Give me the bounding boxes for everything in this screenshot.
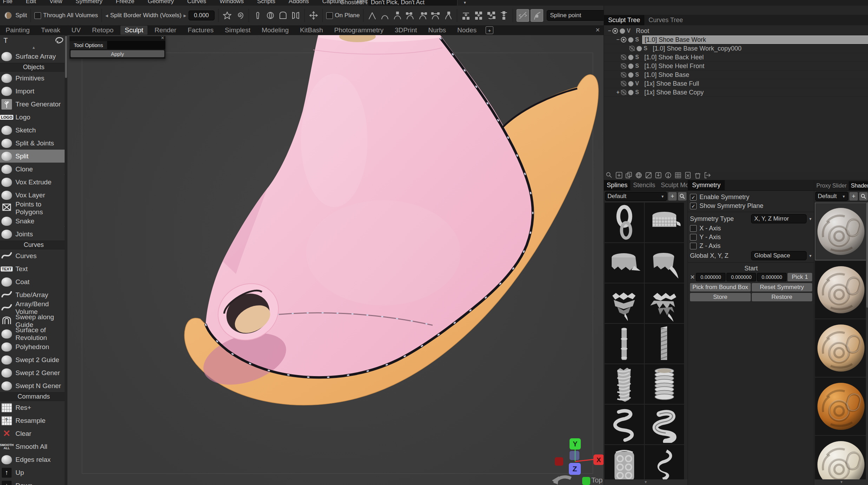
decrement-arrow-icon[interactable]: ◀ (105, 14, 108, 18)
shaders-scrollbar[interactable] (866, 202, 868, 479)
sidebar-item-text[interactable]: TEXTText (0, 262, 67, 275)
layer-color-swatch[interactable] (628, 90, 633, 95)
point-handle-right-icon[interactable] (417, 10, 428, 21)
shaders-preset-dropdown[interactable]: Default ▼ (815, 192, 848, 201)
sidebar-item-down[interactable]: ↓Down (0, 479, 67, 485)
tab-uv[interactable]: UV (67, 26, 85, 35)
chevron-down-icon[interactable]: ▼ (809, 254, 812, 258)
chevron-down-icon[interactable]: ▼ (463, 1, 467, 5)
layer-color-swatch[interactable] (628, 81, 633, 86)
global-space-dropdown[interactable]: Global Space (751, 251, 807, 260)
spiral-icon[interactable] (235, 10, 245, 21)
spline-thumbnail-pinecone[interactable] (605, 283, 644, 323)
spline-thumbnail-ring-stack[interactable] (645, 364, 684, 404)
sidebar-item-surface-revolution[interactable]: Surface of Revolution (0, 327, 67, 340)
sidebar-item-edges-relax[interactable]: Edges relax (0, 453, 67, 466)
through-all-volumes-checkbox[interactable]: Through All Volumes (34, 12, 98, 19)
spline-thumbnail-scaled-stump[interactable] (645, 243, 684, 283)
sidebar-item-tree-generator[interactable]: Tree Generator (0, 98, 67, 111)
menu-item-symmetry[interactable]: Symmetry (75, 0, 103, 5)
point-sharp-icon[interactable] (367, 10, 377, 21)
splines-preset-dropdown[interactable]: Default ▼ (605, 192, 667, 201)
sidebar-item-points-to-polygons[interactable]: Points to Polygons (0, 202, 67, 215)
lasso-icon[interactable] (55, 37, 64, 44)
tree-item-label[interactable]: [1.0] Shoe Heel Front (642, 62, 868, 70)
tab-nurbs[interactable]: Nurbs (424, 26, 451, 35)
grid-icon[interactable] (674, 171, 682, 179)
menu-item-edit[interactable]: Edit (26, 0, 36, 5)
lens-circle-icon[interactable] (265, 10, 276, 21)
start-coordinate-input-1[interactable]: 0.000000 (726, 273, 756, 281)
tab-nodes[interactable]: Nodes (453, 26, 481, 35)
sidebar-item-smooth-all[interactable]: SMOOTHALLSmooth All (0, 440, 67, 453)
layer-color-swatch[interactable] (628, 55, 633, 60)
merge-both-icon[interactable] (473, 10, 484, 21)
eye-hidden-icon[interactable] (621, 63, 626, 69)
checkbox-icon[interactable] (690, 234, 697, 241)
sidebar-item-array-bend[interactable]: Array/Bend Volume (0, 301, 67, 314)
sidebar-item-joints[interactable]: Joints (0, 228, 67, 241)
spline-thumbnail-bamboo-pole[interactable] (605, 324, 644, 363)
layer-color-swatch[interactable] (637, 46, 642, 51)
add-workspace-icon[interactable]: + (486, 26, 493, 34)
tab-simplest[interactable]: Simplest (221, 26, 255, 35)
spline-thumbnail-spiky-pinecone[interactable] (645, 283, 684, 323)
shader-thumbnail-clay-cream[interactable] (815, 436, 867, 485)
sidebar-item-swept2guide[interactable]: Swept 2 Guide (0, 353, 67, 366)
trash-icon[interactable] (694, 171, 702, 179)
quad-pair-icon[interactable] (290, 10, 301, 21)
tree-row[interactable]: S[1.0] Shoe Heel Front (604, 62, 868, 71)
reset-symmetry-button[interactable]: Reset Symmetry (752, 283, 813, 291)
tree-item-label[interactable]: [1x] Shoe Base Copy (642, 89, 868, 96)
tab-splines[interactable]: Splines (604, 180, 630, 190)
point-handles-both-icon[interactable] (430, 10, 441, 21)
spline-thumbnail-twisted-column[interactable] (645, 324, 684, 363)
sidebar-item-polyhedron[interactable]: Polyhedron (0, 340, 67, 353)
sidebar-item-clear[interactable]: ✕Clear (0, 427, 67, 440)
tool-options-tab[interactable]: Tool Options (70, 41, 107, 49)
tab-painting[interactable]: Painting (1, 26, 34, 35)
tab-sculpt[interactable]: Sculpt (120, 26, 147, 35)
pick-1-button[interactable]: Pick 1 (788, 273, 812, 281)
checkbox-icon[interactable] (34, 12, 41, 19)
tree-row[interactable]: −S[1.0] Shoe Base Work (604, 35, 868, 44)
sidebar-item-logo[interactable]: LOGOLogo (0, 111, 67, 124)
merge-angled-icon[interactable] (486, 10, 497, 21)
scroll-up-icon[interactable]: ▲ (0, 46, 67, 50)
layer-color-swatch[interactable] (628, 64, 633, 69)
show-symmetry-plane-checkbox[interactable]: Show Symmetry Plane (690, 202, 812, 210)
tree-row[interactable]: S[1.0] Shoe Back Heel (604, 53, 868, 62)
sidebar-item-clone[interactable]: Clone (0, 163, 67, 176)
eye-hidden-icon[interactable] (621, 72, 626, 78)
undo-arrow-icon[interactable] (551, 473, 574, 485)
add-point-on-curve-icon[interactable] (531, 9, 543, 22)
sidebar-item-primitives[interactable]: Primitives (0, 72, 67, 85)
close-icon[interactable]: ✕ (161, 35, 164, 40)
shader-thumbnail-clay-tan[interactable] (815, 319, 867, 377)
search-button[interactable] (678, 192, 686, 201)
toggle-segment-icon[interactable] (517, 9, 529, 22)
spline-thumbnail-spiral-horn[interactable] (645, 445, 684, 485)
chevron-down-icon[interactable]: ▼ (809, 217, 812, 221)
shader-off-icon[interactable] (645, 171, 652, 179)
search-button[interactable] (859, 192, 868, 201)
axis-checkbox-y[interactable]: Y - Axis (690, 233, 812, 242)
checkbox-icon[interactable] (690, 194, 697, 201)
tree-item-label[interactable]: [1.0] Shoe Base Work (642, 35, 868, 44)
add-icon[interactable] (615, 171, 623, 179)
checkbox-icon[interactable] (690, 225, 697, 232)
expander-icon[interactable]: − (615, 37, 621, 43)
spline-thumbnail-spring-coil[interactable] (605, 405, 644, 444)
menu-item-addons[interactable]: Addons (289, 0, 309, 5)
spline-thumbnail-rope-bundle[interactable] (605, 364, 644, 404)
tree-item-label[interactable]: [1.0] Shoe Base (642, 71, 868, 79)
sidebar-item-snake[interactable]: Snake (0, 215, 67, 228)
menu-item-view[interactable]: View (50, 0, 63, 5)
scroll-down-icon[interactable]: ▼ (814, 479, 868, 485)
merge-single-icon[interactable] (499, 10, 509, 21)
sidebar-item-up[interactable]: ↑Up (0, 466, 67, 479)
tree-row[interactable]: S[1.0] Shoe Base Work_copy000 (604, 44, 868, 53)
enable-symmetry-checkbox[interactable]: Enable Symmetry (690, 193, 812, 202)
menu-item-windows[interactable]: Windows (219, 0, 244, 5)
store-button[interactable]: Store (690, 293, 751, 301)
